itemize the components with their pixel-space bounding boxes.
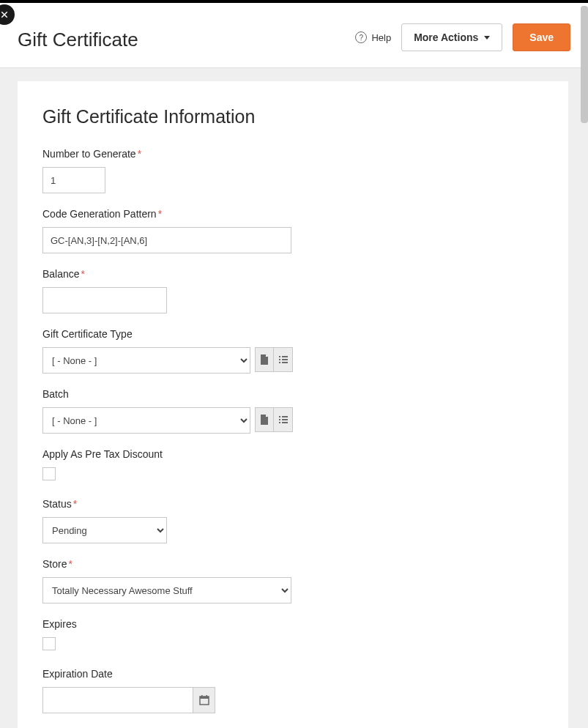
close-button[interactable] (0, 4, 15, 25)
svg-rect-2 (279, 359, 280, 360)
balance-input[interactable] (42, 287, 167, 313)
number-to-generate-label: Number to Generate* (42, 148, 543, 160)
calendar-icon (198, 694, 210, 706)
batch-list-button[interactable] (274, 407, 293, 432)
help-label: Help (371, 32, 391, 43)
page-add-icon (258, 414, 270, 426)
save-button[interactable]: Save (513, 23, 570, 51)
svg-rect-0 (279, 356, 280, 357)
expiration-date-label: Expiration Date (42, 668, 543, 680)
gift-type-select[interactable]: [ - None - ] (42, 347, 250, 374)
more-actions-label: More Actions (414, 31, 478, 43)
svg-rect-7 (282, 416, 288, 417)
svg-rect-15 (206, 695, 207, 697)
gift-type-new-button[interactable] (255, 347, 274, 372)
batch-select[interactable]: [ - None - ] (42, 407, 250, 434)
svg-rect-11 (282, 422, 288, 423)
close-icon (0, 10, 9, 19)
svg-rect-14 (201, 695, 203, 697)
page-add-icon (258, 354, 270, 365)
save-label: Save (529, 31, 554, 43)
page-header: Gift Certificate ? Help More Actions Sav… (0, 3, 588, 68)
svg-rect-10 (279, 422, 280, 423)
help-link[interactable]: ? Help (355, 31, 391, 43)
svg-rect-6 (279, 416, 280, 417)
status-label: Status* (42, 498, 543, 510)
number-to-generate-input[interactable] (42, 167, 105, 193)
svg-rect-9 (282, 419, 288, 420)
batch-new-button[interactable] (255, 407, 274, 432)
help-icon: ? (355, 31, 367, 43)
chevron-down-icon (484, 36, 490, 40)
more-actions-button[interactable]: More Actions (401, 23, 502, 51)
code-pattern-label: Code Generation Pattern* (42, 208, 543, 220)
svg-rect-5 (282, 362, 288, 363)
svg-rect-8 (279, 419, 280, 420)
svg-rect-4 (279, 362, 280, 363)
expires-checkbox[interactable] (42, 637, 56, 650)
list-icon (278, 414, 289, 426)
gift-type-list-button[interactable] (274, 347, 293, 372)
list-icon (278, 354, 289, 365)
balance-label: Balance* (42, 268, 543, 280)
apply-pretax-checkbox[interactable] (42, 467, 56, 480)
batch-label: Batch (42, 388, 543, 400)
page-title: Gift Certificate (18, 29, 138, 51)
store-select[interactable]: Totally Necessary Awesome Stuff (42, 577, 291, 603)
store-label: Store* (42, 558, 543, 570)
calendar-button[interactable] (193, 687, 215, 713)
section-title: Gift Certificate Information (42, 106, 543, 127)
expiration-date-input[interactable] (42, 687, 193, 713)
apply-pretax-label: Apply As Pre Tax Discount (42, 448, 543, 460)
svg-rect-3 (282, 359, 288, 360)
status-select[interactable]: Pending (42, 517, 167, 543)
svg-rect-13 (200, 697, 209, 699)
code-pattern-input[interactable] (42, 227, 291, 253)
gift-type-label: Gift Certificate Type (42, 328, 543, 340)
scrollbar-thumb[interactable] (581, 6, 588, 123)
form-panel: Gift Certificate Information Number to G… (18, 81, 568, 728)
expires-label: Expires (42, 618, 543, 630)
svg-rect-1 (282, 356, 288, 357)
